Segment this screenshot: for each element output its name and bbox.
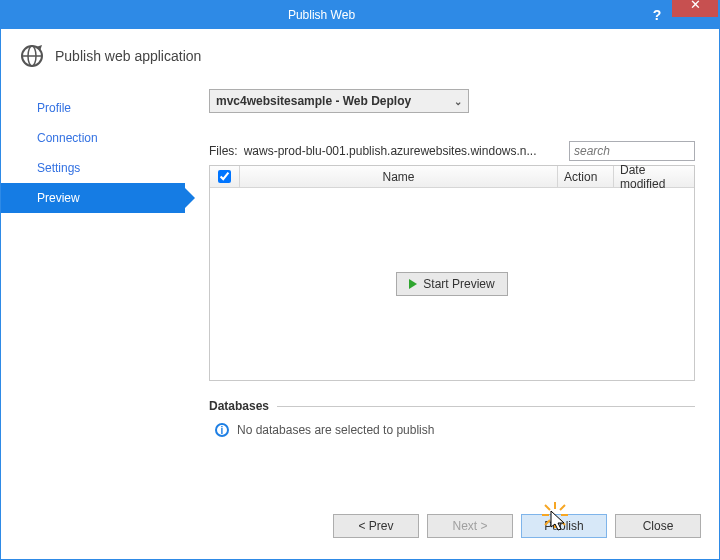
next-button: Next > — [427, 514, 513, 538]
files-grid: Name Action Date modified Start Preview — [209, 165, 695, 381]
sidebar-item-settings[interactable]: Settings — [1, 153, 185, 183]
dialog-footer: < Prev Next > Publish Close — [1, 507, 719, 559]
start-preview-button[interactable]: Start Preview — [396, 272, 507, 296]
databases-heading: Databases — [209, 399, 269, 413]
titlebar: Publish Web ? ✕ — [1, 1, 719, 29]
select-all-checkbox[interactable] — [218, 170, 231, 183]
dialog-header: Publish web application — [1, 29, 719, 89]
search-input[interactable]: search — [569, 141, 695, 161]
sidebar-item-profile[interactable]: Profile — [1, 93, 185, 123]
databases-note: No databases are selected to publish — [237, 423, 434, 437]
play-icon — [409, 279, 417, 289]
publish-button[interactable]: Publish — [521, 514, 607, 538]
wizard-sidebar: Profile Connection Settings Preview — [1, 89, 185, 507]
files-label: Files: — [209, 144, 238, 158]
column-date[interactable]: Date modified — [614, 166, 694, 187]
column-check[interactable] — [210, 166, 240, 187]
chevron-down-icon: ⌄ — [454, 96, 462, 107]
files-path: waws-prod-blu-001.publish.azurewebsites.… — [244, 144, 563, 158]
main-panel: mvc4websitesample - Web Deploy ⌄ Files: … — [185, 89, 719, 507]
window-title: Publish Web — [1, 8, 642, 22]
start-preview-label: Start Preview — [423, 277, 494, 291]
close-window-button[interactable]: ✕ — [672, 0, 718, 17]
close-button[interactable]: Close — [615, 514, 701, 538]
sidebar-item-connection[interactable]: Connection — [1, 123, 185, 153]
column-name[interactable]: Name — [240, 166, 558, 187]
publish-icon — [19, 43, 45, 69]
grid-header: Name Action Date modified — [210, 166, 694, 188]
dialog-heading: Publish web application — [55, 48, 201, 64]
publish-profile-value: mvc4websitesample - Web Deploy — [216, 94, 411, 108]
sidebar-item-preview[interactable]: Preview — [1, 183, 185, 213]
column-action[interactable]: Action — [558, 166, 614, 187]
divider — [277, 406, 695, 407]
help-button[interactable]: ? — [642, 1, 672, 29]
publish-profile-dropdown[interactable]: mvc4websitesample - Web Deploy ⌄ — [209, 89, 469, 113]
prev-button[interactable]: < Prev — [333, 514, 419, 538]
publish-web-dialog: Publish Web ? ✕ Publish web application … — [0, 0, 720, 560]
info-icon: i — [215, 423, 229, 437]
